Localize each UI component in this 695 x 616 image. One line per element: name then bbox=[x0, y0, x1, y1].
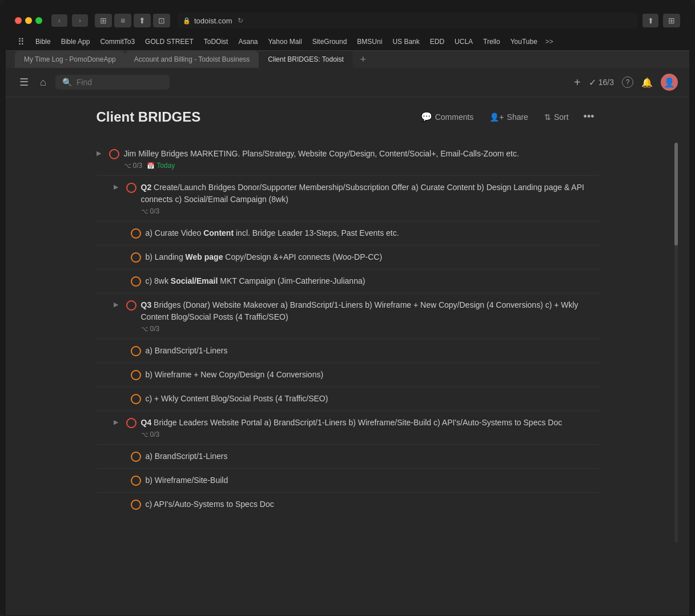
task-checkbox[interactable] bbox=[131, 370, 141, 380]
reader-icon[interactable]: ≡ bbox=[114, 14, 131, 27]
task-row: ▶ Q3 Bridges (Donar) Website Makeover a)… bbox=[97, 293, 599, 339]
bell-icon: 🔔 bbox=[641, 77, 653, 88]
collapse-arrow[interactable]: ▶ bbox=[114, 183, 122, 191]
collapse-arrow[interactable]: ▶ bbox=[114, 418, 122, 426]
app-topbar: ☰ ⌂ 🔍 + ✓ 16/3 ? 🔔 bbox=[6, 68, 689, 97]
comments-button[interactable]: 💬 Comments bbox=[415, 108, 480, 125]
minimize-button[interactable] bbox=[25, 17, 32, 24]
avatar[interactable]: 👤 bbox=[661, 74, 678, 91]
new-tab-button[interactable]: + bbox=[355, 51, 371, 67]
subtask-icon: ⌥ bbox=[141, 431, 148, 438]
karma-badge[interactable]: ✓ 16/3 bbox=[589, 77, 614, 88]
back-button[interactable]: ‹ bbox=[51, 14, 67, 27]
search-input[interactable] bbox=[77, 78, 163, 87]
add-task-button[interactable]: + bbox=[574, 76, 581, 89]
bookmarks-more[interactable]: >> bbox=[543, 36, 556, 47]
bookmark-us-bank[interactable]: US Bank bbox=[388, 36, 424, 47]
task-text: a) BrandScript/1-Liners bbox=[146, 345, 599, 357]
forward-button[interactable]: › bbox=[72, 14, 88, 27]
more-options-button[interactable]: ••• bbox=[579, 108, 599, 125]
bookmark-youtube[interactable]: YouTube bbox=[506, 36, 542, 47]
task-content: a) BrandScript/1-Liners bbox=[146, 450, 599, 462]
bookmark-committo3[interactable]: CommitTo3 bbox=[95, 36, 139, 47]
project-actions: 💬 Comments 👤+ Share ⇅ Sort ••• bbox=[415, 108, 599, 125]
sort-icon: ⇅ bbox=[544, 112, 551, 122]
sidebar-toggle-icon[interactable]: ⊞ bbox=[95, 14, 112, 27]
share-button[interactable]: ⬆ bbox=[642, 14, 658, 27]
task-text: Q3 Bridges (Donar) Website Makeover a) B… bbox=[141, 299, 599, 323]
subtask-icon: ⌥ bbox=[124, 162, 131, 170]
bookmark-yahoo-mail[interactable]: Yahoo Mail bbox=[264, 36, 307, 47]
task-meta: ⌥ 0/3 bbox=[141, 325, 599, 333]
search-area[interactable]: 🔍 bbox=[55, 75, 170, 90]
comments-icon: 💬 bbox=[421, 111, 432, 122]
task-checkbox[interactable] bbox=[131, 228, 141, 239]
bookmark-gold-street[interactable]: GOLD STREET bbox=[140, 36, 198, 47]
task-checkbox[interactable] bbox=[109, 149, 119, 159]
collapse-arrow[interactable]: ▶ bbox=[114, 301, 122, 308]
task-row: ▶ Q2 Create/Launch Bridges Donor/Support… bbox=[97, 176, 599, 222]
task-checkbox[interactable] bbox=[131, 346, 141, 356]
tab-billing[interactable]: Account and Billing - Todoist Business bbox=[125, 51, 259, 68]
comments-label: Comments bbox=[435, 112, 474, 122]
home-button[interactable]: ⌂ bbox=[38, 74, 49, 91]
task-row: c) API's/Auto-Systems to Specs Doc bbox=[97, 493, 599, 516]
task-text: a) Curate Video Content incl. Bridge Lea… bbox=[146, 227, 599, 239]
task-checkbox[interactable] bbox=[131, 252, 141, 263]
bookmark-siteground[interactable]: SiteGround bbox=[308, 36, 352, 47]
task-text: Q2 Create/Launch Bridges Donor/Supporter… bbox=[141, 182, 599, 206]
checkmark-icon: ✓ bbox=[589, 77, 596, 88]
bookmark-bible-app[interactable]: Bible App bbox=[57, 36, 95, 47]
project-header: Client BRIDGES 💬 Comments 👤+ Share ⇅ Sor… bbox=[97, 108, 599, 131]
tab-icon[interactable]: ⊡ bbox=[153, 14, 170, 27]
address-bar[interactable]: 🔒 todoist.com ↻ bbox=[177, 13, 638, 29]
share-icon[interactable]: ⬆ bbox=[134, 14, 151, 27]
subtask-icon: ⌥ bbox=[141, 325, 148, 333]
sub-count: ⌥ 0/3 bbox=[141, 207, 160, 215]
task-content: Q2 Create/Launch Bridges Donor/Supporter… bbox=[141, 182, 599, 215]
help-button[interactable]: ? bbox=[622, 77, 633, 88]
new-tab-icon[interactable]: ⊞ bbox=[663, 14, 680, 27]
calendar-icon: 📅 bbox=[147, 162, 155, 170]
bookmark-todoist[interactable]: ToDOist bbox=[199, 36, 233, 47]
task-content: Q3 Bridges (Donar) Website Makeover a) B… bbox=[141, 299, 599, 333]
maximize-button[interactable] bbox=[35, 17, 42, 24]
tab-pomodone[interactable]: My Time Log - PomoDoneApp bbox=[15, 51, 125, 68]
search-icon: 🔍 bbox=[62, 78, 72, 87]
menu-toggle-button[interactable]: ☰ bbox=[17, 74, 31, 91]
task-checkbox[interactable] bbox=[126, 300, 136, 311]
lock-icon: 🔒 bbox=[183, 17, 191, 25]
bookmark-ucla[interactable]: UCLA bbox=[450, 36, 477, 47]
task-meta: ⌥ 0/3 bbox=[141, 430, 599, 438]
help-icon: ? bbox=[622, 77, 633, 88]
bookmark-bmsuni[interactable]: BMSUni bbox=[352, 36, 387, 47]
task-checkbox[interactable] bbox=[131, 500, 141, 510]
task-content: b) Wireframe/Site-Build bbox=[146, 474, 599, 486]
task-checkbox[interactable] bbox=[126, 418, 136, 428]
bookmark-trello[interactable]: Trello bbox=[479, 36, 505, 47]
reload-icon[interactable]: ↻ bbox=[238, 17, 243, 25]
task-checkbox[interactable] bbox=[131, 452, 141, 462]
scrollbar-track[interactable] bbox=[674, 143, 678, 542]
tab-bridges[interactable]: Client BRIDGES: Todoist bbox=[259, 51, 353, 68]
sort-button[interactable]: ⇅ Sort bbox=[539, 110, 575, 124]
task-checkbox[interactable] bbox=[131, 276, 141, 287]
tabs-bar: My Time Log - PomoDoneApp Account and Bi… bbox=[6, 51, 689, 68]
notifications-button[interactable]: 🔔 bbox=[641, 77, 653, 88]
task-text: b) Wireframe + New Copy/Design (4 Conver… bbox=[146, 369, 599, 381]
bookmark-asana[interactable]: Asana bbox=[234, 36, 262, 47]
share-project-button[interactable]: 👤+ Share bbox=[484, 110, 534, 124]
scrollbar-thumb[interactable] bbox=[674, 143, 678, 245]
task-text: Q4 Bridge Leaders Website Portal a) Bran… bbox=[141, 417, 599, 429]
close-button[interactable] bbox=[15, 17, 22, 24]
task-checkbox[interactable] bbox=[131, 476, 141, 486]
bookmark-edd[interactable]: EDD bbox=[425, 36, 449, 47]
task-checkbox[interactable] bbox=[126, 183, 136, 193]
collapse-arrow[interactable]: ▶ bbox=[97, 150, 105, 157]
apps-icon[interactable]: ⠿ bbox=[15, 35, 27, 48]
task-row: b) Wireframe + New Copy/Design (4 Conver… bbox=[97, 363, 599, 387]
task-checkbox[interactable] bbox=[131, 394, 141, 404]
bookmark-bible[interactable]: Bible bbox=[31, 36, 55, 47]
task-content: c) 8wk Social/Email MKT Campaign (Jim-Ca… bbox=[146, 275, 599, 287]
task-row: ▶ Q4 Bridge Leaders Website Portal a) Br… bbox=[97, 411, 599, 445]
